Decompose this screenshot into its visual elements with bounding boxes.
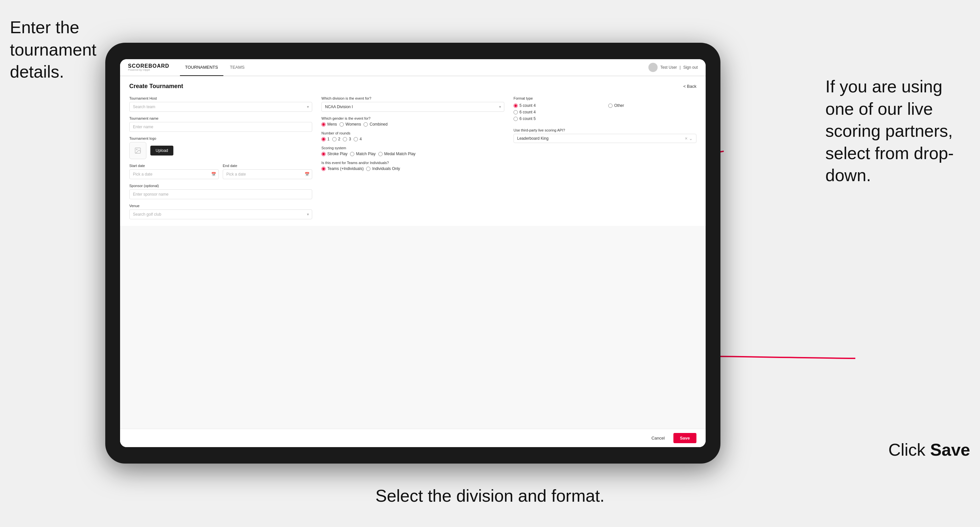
tournament-host-label: Tournament Host (129, 96, 312, 100)
dropdown-icon[interactable]: ⌄ (689, 136, 693, 141)
format-6count4[interactable]: 6 count 4 (514, 110, 602, 114)
tag-controls: × ⌄ (685, 136, 693, 141)
header-left: SCOREBOARD Powered by Clippit TOURNAMENT… (128, 59, 250, 76)
live-scoring-input[interactable]: Leaderboard King × ⌄ (514, 134, 697, 143)
teams-individuals-radio[interactable] (366, 167, 371, 171)
format-6count5[interactable]: 6 count 5 (514, 116, 602, 121)
logo-preview (129, 142, 146, 159)
format-other-label: Other (614, 103, 624, 108)
round-4[interactable]: 4 (354, 137, 362, 141)
svg-point-2 (136, 149, 137, 150)
scoring-medal[interactable]: Medal Match Play (378, 152, 415, 156)
middle-column: Which division is the event for? NCAA Di… (321, 96, 504, 171)
round-2[interactable]: 2 (332, 137, 340, 141)
round-1-radio[interactable] (321, 137, 326, 141)
start-date-input[interactable] (129, 169, 219, 179)
tablet: SCOREBOARD Powered by Clippit TOURNAMENT… (105, 43, 721, 464)
format-empty1 (608, 110, 697, 114)
end-date-label: End date (223, 164, 312, 168)
format-5count4-radio[interactable] (514, 103, 518, 108)
scoring-stroke-label: Stroke Play (327, 152, 347, 156)
scoring-medal-label: Medal Match Play (384, 152, 415, 156)
start-date-label: Start date (129, 164, 219, 168)
gender-mens[interactable]: Mens (321, 122, 337, 127)
format-6count5-radio[interactable] (514, 117, 518, 121)
format-options-grid: 5 count 4 Other 6 count 4 (514, 103, 697, 121)
teams-teams-label: Teams (+Individuals) (327, 167, 364, 171)
format-other[interactable]: Other (608, 103, 697, 108)
gender-options: Mens Womens Combined (321, 122, 504, 127)
gender-combined[interactable]: Combined (364, 122, 388, 127)
header-right: Test User | Sign out (648, 63, 698, 72)
division-select-wrapper: NCAA Division I (321, 102, 504, 112)
sponsor-input[interactable] (129, 189, 312, 199)
scoring-medal-radio[interactable] (378, 152, 383, 156)
cancel-button[interactable]: Cancel (646, 433, 670, 443)
back-link[interactable]: < Back (683, 84, 697, 89)
scoring-group: Scoring system Stroke Play Match Play (321, 146, 504, 156)
rounds-label: Number of rounds (321, 131, 504, 135)
annotation-topright: If you are using one of our live scoring… (826, 76, 970, 187)
tournament-host-input[interactable] (129, 102, 312, 112)
format-type-group: Format type 5 count 4 Other (514, 96, 697, 121)
division-label: Which division is the event for? (321, 96, 504, 100)
format-6count5-label: 6 count 5 (519, 116, 536, 121)
format-6count4-radio[interactable] (514, 110, 518, 114)
logo-title: SCOREBOARD (128, 63, 169, 69)
round-4-radio[interactable] (354, 137, 358, 141)
separator: | (680, 65, 681, 70)
start-date-wrapper: 📅 (129, 169, 219, 179)
tournament-name-input[interactable] (129, 122, 312, 132)
gender-womens-radio[interactable] (339, 122, 344, 127)
tournament-logo-group: Tournament logo Upload (129, 137, 312, 159)
scoring-match-radio[interactable] (350, 152, 354, 156)
left-column: Tournament Host Tournament name Tourname… (129, 96, 312, 219)
form-footer: Cancel Save (120, 429, 706, 447)
round-3-label: 3 (349, 137, 351, 141)
teams-teams-radio[interactable] (321, 167, 326, 171)
start-date-group: Start date 📅 (129, 164, 219, 179)
right-column: Format type 5 count 4 Other (514, 96, 697, 143)
sponsor-group: Sponsor (optional) (129, 184, 312, 199)
gender-mens-radio[interactable] (321, 122, 326, 127)
tournament-logo-label: Tournament logo (129, 137, 312, 140)
end-date-input[interactable] (223, 169, 312, 179)
format-other-radio[interactable] (608, 103, 612, 108)
venue-input[interactable] (129, 210, 312, 219)
logo-area: SCOREBOARD Powered by Clippit (128, 63, 169, 71)
upload-button[interactable]: Upload (150, 146, 173, 156)
save-button[interactable]: Save (673, 433, 697, 443)
gender-womens[interactable]: Womens (339, 122, 361, 127)
logo-upload-row: Upload (129, 142, 312, 159)
tab-tournaments[interactable]: TOURNAMENTS (180, 59, 223, 76)
nav-tabs: TOURNAMENTS TEAMS (180, 59, 250, 76)
rounds-group: Number of rounds 1 2 (321, 131, 504, 141)
gender-combined-radio[interactable] (364, 122, 368, 127)
round-3-radio[interactable] (343, 137, 347, 141)
app-header: SCOREBOARD Powered by Clippit TOURNAMENT… (120, 59, 706, 76)
scoring-stroke-radio[interactable] (321, 152, 326, 156)
scoring-stroke[interactable]: Stroke Play (321, 152, 347, 156)
format-5count4[interactable]: 5 count 4 (514, 103, 602, 108)
scoring-match[interactable]: Match Play (350, 152, 375, 156)
tab-teams[interactable]: TEAMS (225, 59, 250, 76)
tournament-host-group: Tournament Host (129, 96, 312, 112)
round-1[interactable]: 1 (321, 137, 329, 141)
user-name: Test User (660, 65, 677, 70)
round-2-label: 2 (338, 137, 340, 141)
annotation-topleft: Enter the tournament details. (10, 16, 122, 83)
teams-teams[interactable]: Teams (+Individuals) (321, 167, 364, 171)
end-date-group: End date 📅 (223, 164, 312, 179)
form-columns: Tournament Host Tournament name Tourname… (129, 96, 697, 219)
gender-mens-label: Mens (327, 122, 337, 127)
division-select[interactable]: NCAA Division I (321, 102, 504, 112)
round-3[interactable]: 3 (343, 137, 351, 141)
clear-icon[interactable]: × (685, 136, 687, 141)
teams-label: Is this event for Teams and/or Individua… (321, 161, 504, 165)
teams-individuals[interactable]: Individuals Only (366, 167, 400, 171)
signout-link[interactable]: Sign out (683, 65, 698, 70)
live-scoring-group: Use third-party live scoring API? Leader… (514, 128, 697, 143)
round-2-radio[interactable] (332, 137, 337, 141)
page-title: Create Tournament (129, 83, 183, 90)
gender-label: Which gender is the event for? (321, 116, 504, 120)
